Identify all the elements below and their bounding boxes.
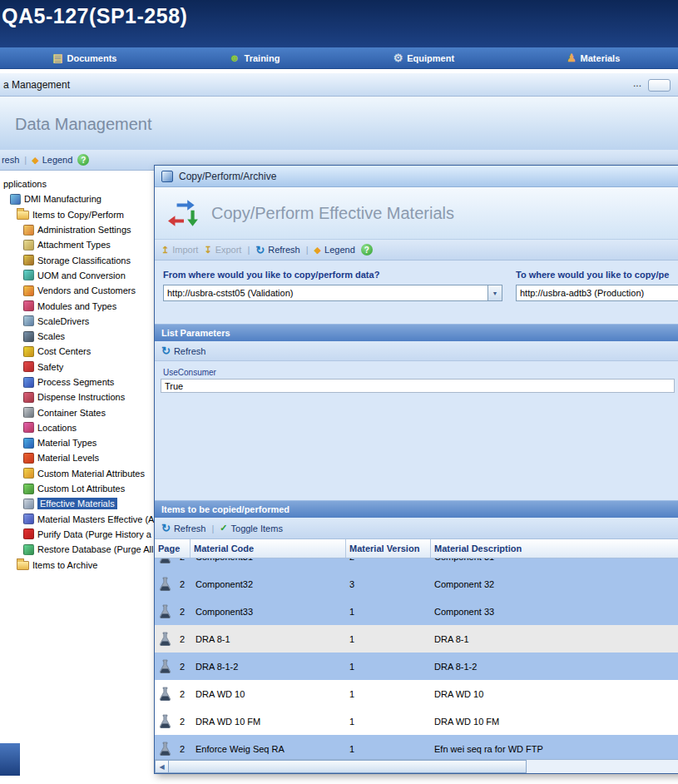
tree-item[interactable]: Cost Centers [0,344,154,359]
tree-item[interactable]: Container States [0,404,154,419]
tree-item[interactable]: Dispense Instructions [0,390,154,404]
tree-item[interactable]: Material Levels [0,450,154,465]
tree-item[interactable]: Scales [0,329,154,344]
material-code: DRA WD 10 FM [191,717,346,727]
tree-item-label: Material Types [37,438,97,448]
tree-item[interactable]: ScaleDrivers [0,314,154,329]
scrollbar-track[interactable] [527,760,678,773]
safety-icon [23,361,34,372]
material-version: 1 [346,744,431,754]
tree-item[interactable]: Custom Lot Attributes [0,481,154,496]
tree-item-label: Cost Centers [37,346,91,356]
tree-item[interactable]: Restore Database (Purge All [0,542,154,557]
navigation-tree: pplications DMI Manufacturing Items to C… [0,171,154,743]
column-header-material-description[interactable]: Material Description [431,539,678,558]
from-server-select[interactable]: http://usbra-cstst05 (Validation) [163,285,502,301]
scroll-left-button[interactable] [155,760,169,773]
tree-item[interactable]: Vendors and Customers [0,283,154,298]
dialog-titlebar[interactable]: Copy/Perform/Archive [155,166,678,187]
table-row[interactable]: 2 Component33 1 Component 33 [155,598,678,625]
tree-item[interactable]: Storage Classifications [0,252,154,267]
tree-item[interactable]: Locations [0,420,154,435]
uom-conversion-icon [23,270,34,280]
refresh-button[interactable]: Refresh [161,523,205,533]
tree-item[interactable]: Safety [0,360,154,375]
help-icon[interactable] [77,154,89,166]
material-code: Component33 [191,607,346,617]
tree-item[interactable]: Attachment Types [0,237,154,252]
material-version: 1 [346,717,431,727]
tree-item-label: Administration Settings [37,225,131,235]
import-button[interactable]: Import [161,245,198,256]
tree-item-label: Storage Classifications [37,256,131,265]
refresh-icon [255,245,265,256]
nav-item[interactable]: Equipment [339,47,509,68]
column-header-material-version[interactable]: Material Version [346,539,431,558]
table-row[interactable]: 2 DRA 8-1 1 DRA 8-1 [155,625,678,653]
tree-item[interactable]: DMI Manufacturing [0,191,154,206]
nav-item-label: Materials [581,53,621,63]
tree-item[interactable]: Items to Archive [0,557,154,572]
page-number: 2 [180,744,185,754]
tree-item[interactable]: Process Segments [0,375,154,390]
material-code: Component31 [191,558,346,562]
tree-item[interactable]: UOM and Conversion [0,268,154,283]
use-consumer-field[interactable]: True [161,379,675,393]
tree-item-label: Custom Lot Attributes [37,484,125,494]
toggle-items-button[interactable]: Toggle Items [220,523,283,533]
scrollbar-thumb[interactable] [169,760,527,773]
table-row[interactable]: 2 DRA 8-1-2 1 DRA 8-1-2 [155,653,678,680]
table-row[interactable]: 2 Enforce Weig Seq RA 1 Efn wei seq ra f… [155,735,678,759]
export-button[interactable]: Export [204,245,241,256]
legend-button[interactable]: Legend [32,155,72,165]
flask-icon [159,577,171,591]
tree-item-label: DMI Manufacturing [24,194,101,204]
table-row[interactable]: 2 DRA WD 10 FM 1 DRA WD 10 FM [155,707,678,735]
tree-item[interactable]: pplications [0,176,154,191]
restore-button[interactable] [648,79,671,92]
tree-item[interactable]: Administration Settings [0,222,154,237]
scales-icon [23,331,34,342]
tree-item[interactable]: Effective Materials [0,496,154,511]
toolbar-separator: | [211,523,214,533]
refresh-button[interactable]: resh [0,155,19,166]
nav-item-label: Documents [67,53,117,63]
tree-item[interactable]: Material Types [0,435,154,450]
tree-item-label: Dispense Instructions [37,392,125,402]
table-row[interactable]: 2 Component31 2 Component 31 [155,558,678,570]
tree-item[interactable]: Purify Data (Purge History a [0,527,154,542]
nav-item[interactable]: Documents [0,47,170,68]
equipment-icon [393,52,403,63]
material-code: Enforce Weig Seq RA [191,744,346,754]
help-icon[interactable] [361,244,373,256]
table-header: Page Material Code Material Version Mate… [155,539,678,558]
tree-item-label: Purify Data (Purge History a [37,529,151,539]
refresh-button[interactable]: Refresh [255,245,299,256]
nav-item-label: Training [245,53,280,63]
column-header-page[interactable]: Page [155,539,191,558]
tree-item[interactable]: Custom Material Attributes [0,466,154,481]
legend-button[interactable]: Legend [314,245,355,255]
page-number: 2 [180,717,185,727]
material-description: DRA WD 10 [431,689,678,699]
table-row[interactable]: 2 Component32 3 Component 32 [155,570,678,598]
chevron-down-icon[interactable] [487,285,502,300]
tree-item[interactable]: Material Masters Effective (A [0,512,154,527]
refresh-button[interactable]: Refresh [161,345,205,356]
tree-item-label: Attachment Types [37,240,111,250]
to-server-select[interactable]: http://usbra-adtb3 (Production) [516,285,678,301]
legend-icon [32,155,38,165]
dialog-toolbar: Import Export | Refresh | Legend [155,240,678,261]
table-row[interactable]: 2 DRA WD 10 1 DRA WD 10 [155,680,678,707]
material-code: DRA 8-1 [191,634,346,644]
tree-item[interactable]: Items to Copy/Perform [0,207,154,222]
tree-item[interactable]: Modules and Types [0,298,154,313]
horizontal-scrollbar [155,759,678,773]
page-title: Data Management [0,97,678,134]
folder-closed-icon [17,561,29,570]
custom-lot-attributes-icon [23,484,34,494]
nav-item[interactable]: Materials [508,47,678,68]
cost-centers-icon [23,346,34,357]
column-header-material-code[interactable]: Material Code [191,539,346,558]
nav-item[interactable]: Training [170,47,339,68]
